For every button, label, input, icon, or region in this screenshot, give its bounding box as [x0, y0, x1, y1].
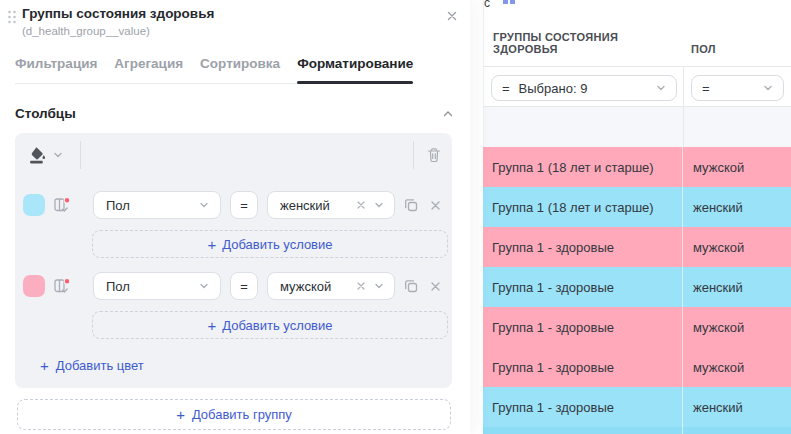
- tab-aggregation[interactable]: Агрегация: [114, 54, 183, 83]
- cell-group: Группа 1 - здоровые: [483, 227, 683, 267]
- color-condition-row-male: Пол = мужской: [15, 272, 452, 300]
- plus-icon: +: [176, 407, 185, 422]
- cell-gender: [683, 427, 791, 434]
- tab-sorting[interactable]: Сортировка: [200, 54, 280, 83]
- operator-value: =: [240, 279, 248, 294]
- remove-condition-icon[interactable]: [429, 199, 442, 212]
- cell-group: [483, 427, 683, 434]
- close-icon[interactable]: [443, 7, 461, 25]
- copy-icon[interactable]: [403, 197, 419, 213]
- chevron-down-icon: [198, 280, 210, 292]
- chevron-down-icon: [762, 82, 774, 94]
- table-row: Группа 1 (18 лет и старше) женский: [483, 187, 791, 227]
- clipped-icon-fragment: [510, 0, 515, 4]
- chevron-down-icon: [52, 149, 64, 161]
- cell-gender: мужской: [683, 147, 791, 187]
- clipped-icon-fragment: [503, 0, 508, 4]
- value-select[interactable]: мужской: [267, 272, 395, 300]
- operator-select[interactable]: =: [230, 272, 258, 300]
- group-toolbar: [15, 133, 452, 177]
- cell-gender: [684, 107, 791, 147]
- add-group-button[interactable]: + Добавить группу: [17, 399, 451, 430]
- color-swatch[interactable]: [23, 194, 45, 216]
- copy-icon[interactable]: [403, 278, 419, 294]
- section-title: Столбцы: [15, 106, 76, 121]
- filter-cell-gender: =: [684, 67, 791, 106]
- clear-value-icon[interactable]: [356, 281, 366, 291]
- toolbar-divider: [413, 141, 414, 169]
- table-body: Группа 1 (18 лет и старше) мужской Групп…: [483, 107, 791, 434]
- field-select-value: Пол: [106, 198, 130, 213]
- filter-dropdown-gender[interactable]: =: [691, 75, 784, 101]
- chevron-down-icon: [373, 199, 385, 211]
- filter-cell-health-groups: = Выбрано: 9: [484, 67, 684, 106]
- color-group-card: Пол = женский: [15, 133, 452, 388]
- filter-operator: =: [702, 81, 710, 96]
- add-condition-button[interactable]: + Добавить условие: [92, 311, 448, 339]
- chevron-down-icon: [198, 199, 210, 211]
- drag-handle-icon[interactable]: [7, 9, 17, 29]
- plus-icon: +: [40, 358, 49, 373]
- tab-formatting[interactable]: Форматирование: [297, 54, 413, 83]
- clipped-text-fragment: c: [484, 0, 490, 10]
- value-select-value: женский: [280, 198, 349, 213]
- tab-filtering[interactable]: Фильтрация: [15, 54, 97, 83]
- color-swatch[interactable]: [23, 275, 45, 297]
- cell-group: Группа 1 (18 лет и старше): [483, 187, 683, 227]
- table-row: [483, 427, 791, 434]
- cell-group: Группа 1 - здоровые: [483, 267, 683, 307]
- cell-gender: женский: [683, 387, 791, 427]
- plus-icon: +: [207, 318, 216, 333]
- field-select-value: Пол: [106, 279, 130, 294]
- add-group-label: Добавить группу: [192, 407, 292, 422]
- screen: ГРУППЫ СОСТОЯНИЯ ЗДОРОВЬЯ ПОЛ = Выбрано:…: [0, 0, 791, 434]
- column-condition-icon[interactable]: [53, 277, 71, 295]
- filter-operator: =: [502, 81, 510, 96]
- table-row: Группа 1 - здоровые женский: [483, 387, 791, 427]
- dialog-subtitle: (d_health_group__value): [22, 25, 150, 37]
- cell-gender: женский: [683, 187, 791, 227]
- cell-gender: мужской: [683, 307, 791, 347]
- color-condition-row-female: Пол = женский: [15, 191, 452, 219]
- table-filter-row: = Выбрано: 9 =: [483, 67, 791, 107]
- filter-dropdown-health-groups[interactable]: = Выбрано: 9: [491, 75, 677, 101]
- filter-value: Выбрано: 9: [519, 81, 588, 96]
- table-row: [483, 107, 791, 147]
- column-header-gender: ПОЛ: [684, 43, 716, 66]
- field-settings-dialog: Группы состояния здоровья (d_health_grou…: [0, 0, 470, 434]
- cell-group: Группа 1 - здоровые: [483, 387, 683, 427]
- table-row: Группа 1 - здоровые женский: [483, 267, 791, 307]
- table-row: Группа 1 (18 лет и старше) мужской: [483, 147, 791, 187]
- table-row: Группа 1 - здоровые мужской: [483, 307, 791, 347]
- trash-icon[interactable]: [426, 147, 442, 163]
- dialog-title: Группы состояния здоровья: [22, 6, 214, 21]
- paint-bucket-icon[interactable]: [28, 146, 64, 164]
- operator-select[interactable]: =: [230, 191, 258, 219]
- cell-group: [484, 107, 684, 147]
- clear-value-icon[interactable]: [356, 200, 366, 210]
- columns-section-header: Столбцы: [15, 106, 455, 121]
- chevron-down-icon: [655, 82, 667, 94]
- table-row: Группа 1 - здоровые мужской: [483, 347, 791, 387]
- field-select[interactable]: Пол: [93, 191, 221, 219]
- dialog-tabs: Фильтрация Агрегация Сортировка Форматир…: [15, 54, 413, 84]
- add-condition-button[interactable]: + Добавить условие: [92, 230, 448, 258]
- cell-group: Группа 1 - здоровые: [483, 347, 683, 387]
- column-header-health-groups: ГРУППЫ СОСТОЯНИЯ ЗДОРОВЬЯ: [484, 31, 684, 66]
- value-select-value: мужской: [280, 279, 349, 294]
- cell-group: Группа 1 - здоровые: [483, 307, 683, 347]
- operator-value: =: [240, 198, 248, 213]
- cell-gender: мужской: [683, 227, 791, 267]
- remove-condition-icon[interactable]: [429, 280, 442, 293]
- table-header-row: ГРУППЫ СОСТОЯНИЯ ЗДОРОВЬЯ ПОЛ: [483, 0, 791, 67]
- field-select[interactable]: Пол: [93, 272, 221, 300]
- cell-group: Группа 1 (18 лет и старше): [483, 147, 683, 187]
- add-color-button[interactable]: + Добавить цвет: [40, 358, 144, 373]
- value-select[interactable]: женский: [267, 191, 395, 219]
- column-condition-icon[interactable]: [53, 196, 71, 214]
- toolbar-divider: [80, 141, 81, 169]
- table-row: Группа 1 - здоровые мужской: [483, 227, 791, 267]
- chevron-up-icon[interactable]: [441, 107, 455, 121]
- data-table: ГРУППЫ СОСТОЯНИЯ ЗДОРОВЬЯ ПОЛ = Выбрано:…: [483, 0, 791, 434]
- cell-gender: мужской: [683, 347, 791, 387]
